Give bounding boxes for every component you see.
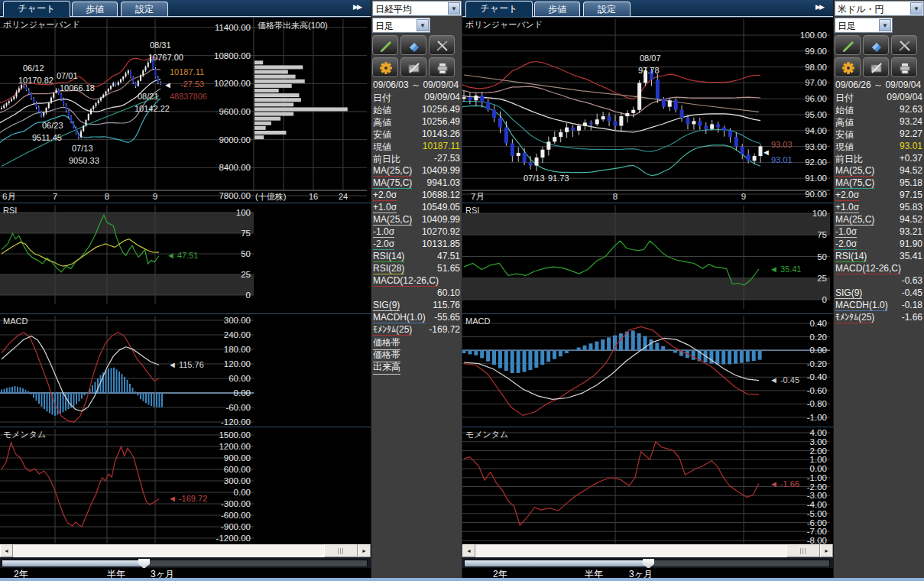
macd-histogram-bar xyxy=(571,350,575,351)
printer-icon xyxy=(898,61,912,75)
scroll-left-button[interactable]: ◄ xyxy=(462,544,475,557)
chart-h-scrollbar[interactable]: ◄► xyxy=(0,544,371,557)
candle-body xyxy=(3,105,5,108)
chevron-down-icon[interactable]: ▼ xyxy=(879,19,891,31)
candle-body xyxy=(155,69,157,78)
interval-select[interactable]: 日足▼ xyxy=(835,18,893,33)
y-tick-label: 0.00 xyxy=(234,388,251,398)
nikkei-macd-section: 300.00240.00180.00120.0060.000.00-60.00-… xyxy=(0,313,371,427)
indicator-link[interactable]: 出来高 xyxy=(373,361,400,375)
tab-settings[interactable]: 設定 xyxy=(121,2,168,16)
chart-h-scrollbar[interactable]: ◄► xyxy=(462,544,833,557)
tab-chart[interactable]: チャート xyxy=(465,1,533,17)
x-tick-label: 8 xyxy=(105,192,109,201)
nikkei-momentum-plot[interactable]: 1500.001200.00900.00600.00300.000.00-300… xyxy=(0,427,370,544)
tab-settings[interactable]: 設定 xyxy=(583,2,631,16)
tab-overflow-button[interactable]: ▶▶ xyxy=(353,3,361,11)
scrollbar-track[interactable] xyxy=(13,544,358,557)
candle-body xyxy=(142,70,144,75)
usdjpy-bollinger-plot[interactable]: 100.0099.0098.0097.0096.0095.0094.0093.0… xyxy=(462,18,832,203)
volprofile-bar xyxy=(255,102,293,106)
info-value: -0.45 xyxy=(902,287,922,298)
info-value: 95.18 xyxy=(900,177,922,188)
volprofile-bar xyxy=(255,70,288,74)
candle-body xyxy=(16,92,18,96)
print-button[interactable] xyxy=(891,57,917,77)
candle-body xyxy=(631,110,635,113)
chevron-down-icon[interactable]: ▼ xyxy=(448,2,460,15)
y-tick-label: 97.00 xyxy=(805,78,827,87)
print-button[interactable] xyxy=(429,57,455,77)
scrollbar-thumb[interactable] xyxy=(324,544,358,557)
info-value: 09/09/04 xyxy=(424,92,460,102)
symbol-select[interactable]: 米ドル・円▼ xyxy=(835,1,924,16)
usdjpy-macd-plot[interactable]: 0.400.200.00-0.20-0.40-0.60-0.80-1.00◄ -… xyxy=(462,314,832,427)
draw-pencil-button[interactable] xyxy=(372,35,398,55)
volprofile-bar xyxy=(255,75,296,79)
tab-price-moves[interactable]: 歩値 xyxy=(72,2,118,16)
info-label: RSI(28) xyxy=(373,263,404,274)
macd-histogram-bar xyxy=(127,380,128,393)
candle-body xyxy=(553,137,556,141)
draw-pencil-button[interactable] xyxy=(835,35,861,55)
scroll-left-button[interactable]: ◄ xyxy=(0,544,13,557)
scrollbar-thumb[interactable] xyxy=(786,544,820,557)
info-label: MACD(12-26,C) xyxy=(835,263,901,274)
macd-histogram-bar xyxy=(9,388,11,393)
info-value: 92.27 xyxy=(900,128,922,139)
trendline-disabled-button[interactable] xyxy=(891,35,917,55)
date-range: 09/06/03 ～ 09/09/04 xyxy=(371,78,462,90)
y-tick-label: -4.00 xyxy=(807,500,827,509)
mail-disabled-button[interactable] xyxy=(863,57,889,77)
period-label-strip: 2年半年3ヶ月 xyxy=(462,568,833,578)
candle-body xyxy=(50,98,52,103)
usdjpy-rsi-plot[interactable]: 1007550250◄ 35.41RSI xyxy=(462,203,832,313)
settings-gear-button[interactable] xyxy=(372,57,398,77)
info-value: 10549.05 xyxy=(422,202,460,213)
data-column-usdjpy: 米ドル・円▼日足▼09/06/26 ～ 09/09/04日付09/09/04始値… xyxy=(833,0,924,578)
nikkei-macd-plot[interactable]: 300.00240.00180.00120.0060.000.00-60.00-… xyxy=(0,314,370,427)
macd-histogram-bar xyxy=(17,387,18,393)
eraser-button[interactable] xyxy=(400,35,426,55)
chart-annotation: ◄ 35.41 xyxy=(770,265,801,274)
candle-body xyxy=(138,81,139,86)
info-row: 始値92.63 xyxy=(834,103,924,115)
tab-price-moves[interactable]: 歩値 xyxy=(534,2,580,16)
scroll-right-button[interactable]: ► xyxy=(820,544,833,557)
mail-disabled-button[interactable] xyxy=(400,57,426,77)
window-bottom-frame xyxy=(0,578,924,581)
tab-chart[interactable]: チャート xyxy=(3,1,70,17)
scrollbar-track[interactable] xyxy=(475,544,820,557)
y-tick-label: 120.00 xyxy=(224,359,251,368)
y-tick-label: 9000.00 xyxy=(219,135,251,144)
period-slider-track[interactable] xyxy=(2,560,368,567)
info-value: 97.15 xyxy=(900,190,922,200)
nikkei-bollinger-plot[interactable]: 価格帯出来高(100)(十億株)162411400.0010800.001020… xyxy=(0,18,370,203)
info-row: 現値10187.11 xyxy=(371,140,462,152)
macd-histogram-bar xyxy=(534,350,538,368)
usdjpy-bollinger-section: 100.0099.0098.0097.0096.0095.0094.0093.0… xyxy=(462,17,833,203)
volprofile-bar xyxy=(255,126,266,130)
usdjpy-momentum-plot[interactable]: 4.003.002.001.000.00-1.00-2.00-3.00-4.00… xyxy=(462,427,832,544)
chart-title: MACD xyxy=(465,316,490,326)
eraser-button[interactable] xyxy=(863,35,889,55)
settings-gear-button[interactable] xyxy=(835,57,861,77)
symbol-select[interactable]: 日経平均▼ xyxy=(372,1,462,16)
candle-body xyxy=(474,96,478,100)
x-tick-label: 9 xyxy=(153,192,157,201)
macd-histogram-bar xyxy=(135,391,136,393)
candle-body xyxy=(741,147,744,154)
y-tick-label: 0.20 xyxy=(810,333,827,342)
interval-select[interactable]: 日足▼ xyxy=(372,18,430,33)
candle-body xyxy=(148,63,149,67)
candle-body xyxy=(60,94,62,99)
candle-body xyxy=(523,153,527,162)
info-value: -169.72 xyxy=(429,324,460,335)
chart-annotation: 93.01 xyxy=(771,155,793,164)
nikkei-rsi-plot[interactable]: 1007550250◄ 47.51RSI xyxy=(0,203,370,313)
chevron-down-icon[interactable]: ▼ xyxy=(417,19,429,31)
scroll-right-button[interactable]: ► xyxy=(358,544,371,557)
trendline-disabled-button[interactable] xyxy=(429,35,455,55)
tab-overflow-button[interactable]: ▶▶ xyxy=(815,3,823,11)
chevron-down-icon[interactable]: ▼ xyxy=(910,2,922,15)
